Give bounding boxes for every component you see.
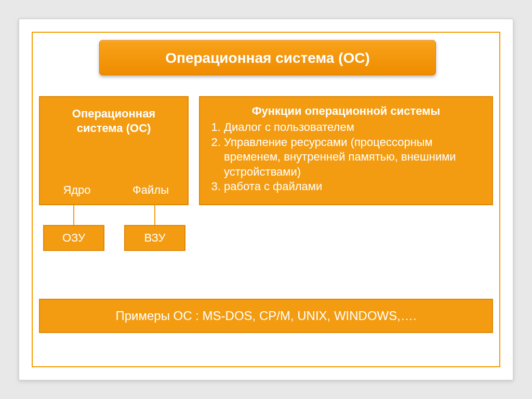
os-heading: Операционная система (ОС) [40,97,188,135]
connector-files-ext [154,205,155,226]
connector-kernel-ram [73,205,74,226]
os-heading-line2: система (ОС) [77,122,151,135]
os-child-kernel: Ядро [40,183,114,197]
function-item: Управление ресурсами (процессорным време… [224,135,482,180]
slide-frame: Операционная система (ОС) Операционная с… [32,32,500,367]
os-box: Операционная система (ОС) Ядро Файлы [39,96,189,205]
external-storage-label: ВЗУ [144,231,166,244]
external-storage-box: ВЗУ [124,225,185,251]
os-child-files: Файлы [114,183,188,197]
function-item: Диалог с пользователем [224,120,482,135]
examples-text: Примеры ОС : MS-DOS, CP/M, UNIX, WINDOWS… [115,309,416,323]
functions-box: Функции операционной системы Диалог с по… [199,96,493,205]
title-text: Операционная система (ОС) [165,50,370,66]
os-heading-line1: Операционная [72,107,155,120]
ram-label: ОЗУ [62,231,85,244]
functions-title: Функции операционной системы [210,104,482,118]
slide: Операционная система (ОС) Операционная с… [19,19,513,380]
os-children: Ядро Файлы [40,183,188,197]
functions-list: Диалог с пользователем Управление ресурс… [210,120,482,194]
ram-box: ОЗУ [43,225,104,251]
title-box: Операционная система (ОС) [99,40,436,75]
examples-box: Примеры ОС : MS-DOS, CP/M, UNIX, WINDOWS… [39,299,493,333]
function-item: работа с файлами [224,179,482,194]
